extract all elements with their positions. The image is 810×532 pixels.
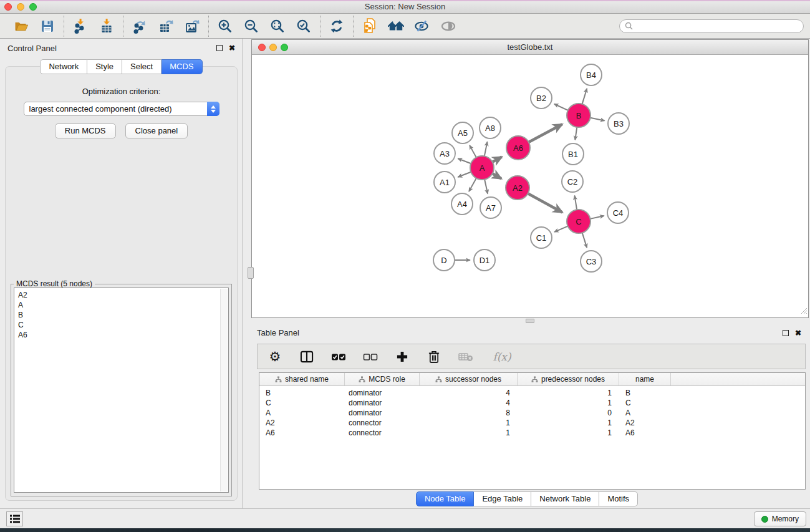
refresh-icon[interactable]	[329, 18, 345, 34]
tab-motifs[interactable]: Motifs	[599, 491, 638, 506]
graph-edge-A-A7[interactable]	[485, 180, 488, 194]
graph-node-A5[interactable]: A5	[452, 122, 473, 143]
run-mcds-button[interactable]: Run MCDS	[55, 123, 116, 138]
tab-network[interactable]: Network	[40, 59, 87, 74]
graph-edge-B-B3[interactable]	[591, 118, 605, 121]
zoom-out-icon[interactable]	[243, 18, 259, 34]
graph-edge-C-C1[interactable]	[554, 226, 567, 232]
graph-node-C4[interactable]: C4	[607, 202, 629, 223]
vertical-splitter-handle[interactable]	[248, 267, 254, 279]
mcds-result-item[interactable]: A2	[18, 290, 228, 300]
graph-node-A3[interactable]: A3	[434, 143, 455, 164]
graph-edge-C-C3[interactable]	[582, 233, 587, 248]
node-table[interactable]: shared name MCDS role successor nodes pr…	[259, 372, 806, 490]
table-row[interactable]: Bdominator41B	[259, 388, 805, 398]
column-header-successor-nodes[interactable]: successor nodes	[420, 373, 518, 385]
zoom-in-icon[interactable]	[217, 18, 233, 34]
graph-edge-A-A1[interactable]	[458, 172, 471, 177]
graph-edge-A-A5[interactable]	[470, 145, 476, 157]
graph-node-C[interactable]: C	[567, 210, 591, 233]
graph-node-A1[interactable]: A1	[434, 172, 455, 193]
column-header-mcds-role[interactable]: MCDS role	[345, 373, 420, 385]
graph-node-D[interactable]: D	[433, 249, 455, 271]
close-panel-icon[interactable]: ✖	[795, 330, 801, 336]
tab-select[interactable]: Select	[122, 59, 162, 74]
network-window-titlebar[interactable]: testGlobe.txt	[252, 40, 808, 55]
export-image-icon[interactable]	[184, 18, 200, 34]
tab-style[interactable]: Style	[87, 59, 122, 74]
memory-button[interactable]: Memory	[754, 511, 806, 526]
float-panel-icon[interactable]	[783, 330, 789, 336]
mcds-result-item[interactable]: A	[18, 300, 228, 310]
graph-edge-A-A3[interactable]	[458, 158, 471, 163]
export-network-icon[interactable]	[132, 18, 148, 34]
zoom-selected-icon[interactable]	[296, 18, 312, 34]
close-panel-icon[interactable]: ✖	[229, 45, 235, 51]
tab-node-table[interactable]: Node Table	[416, 491, 475, 506]
graph-node-B3[interactable]: B3	[608, 113, 629, 134]
tab-network-table[interactable]: Network Table	[531, 491, 599, 506]
home-icon[interactable]	[388, 18, 404, 34]
table-row[interactable]: Adominator80A	[259, 408, 805, 418]
show-columns-icon[interactable]	[299, 349, 314, 364]
network-canvas[interactable]: B4B2BB3A8A5A6B1A3AA1C2A2A4A7C4CC1C3DD1	[252, 55, 808, 317]
graph-edge-A-A4[interactable]	[469, 178, 476, 191]
network-file-icon[interactable]	[362, 18, 378, 34]
table-row[interactable]: Cdominator41C	[259, 398, 805, 408]
graph-node-C3[interactable]: C3	[581, 251, 602, 272]
graph-edge-B-B1[interactable]	[575, 127, 577, 140]
scrollbar[interactable]	[220, 289, 228, 491]
graph-node-B2[interactable]: B2	[531, 87, 552, 109]
graph-node-B[interactable]: B	[567, 104, 591, 127]
graph-node-C2[interactable]: C2	[562, 171, 583, 192]
graph-node-C1[interactable]: C1	[531, 227, 552, 248]
graph-node-A6[interactable]: A6	[506, 136, 530, 160]
hide-graphics-details-icon[interactable]	[440, 18, 456, 34]
graph-node-A4[interactable]: A4	[451, 193, 473, 215]
horizontal-splitter-handle[interactable]	[526, 319, 534, 323]
tab-mcds[interactable]: MCDS	[162, 59, 202, 74]
close-panel-button[interactable]: Close panel	[125, 123, 188, 138]
unselect-all-icon[interactable]	[363, 349, 378, 364]
graph-edge-C-C4[interactable]	[591, 216, 604, 219]
mcds-result-list[interactable]: A2ABCA6	[14, 288, 229, 493]
graph-edge-B-B2[interactable]	[554, 104, 568, 110]
delete-row-icon[interactable]	[427, 349, 441, 364]
show-graphics-details-icon[interactable]	[414, 18, 430, 34]
table-settings-icon[interactable]: ⚙	[268, 349, 282, 364]
table-row[interactable]: A2connector11A2	[259, 418, 805, 428]
select-all-icon[interactable]	[331, 349, 346, 364]
graph-node-A2[interactable]: A2	[506, 176, 529, 200]
column-header-predecessor-nodes[interactable]: predecessor nodes	[518, 373, 619, 385]
open-file-icon[interactable]	[13, 18, 29, 34]
mcds-result-item[interactable]: A6	[18, 330, 228, 340]
graph-edge-C-C2[interactable]	[575, 196, 577, 210]
graph-node-B4[interactable]: B4	[581, 64, 602, 85]
graph-node-A7[interactable]: A7	[480, 197, 501, 218]
graph-edge-A-A2[interactable]	[493, 173, 501, 178]
save-session-icon[interactable]	[39, 18, 55, 34]
graph-node-A8[interactable]: A8	[480, 117, 501, 138]
graph-node-B1[interactable]: B1	[562, 143, 584, 165]
search-input[interactable]	[636, 22, 798, 31]
task-history-button[interactable]	[6, 511, 23, 526]
float-panel-icon[interactable]	[216, 45, 223, 51]
add-row-icon[interactable]	[395, 349, 410, 364]
column-header-name[interactable]: name	[619, 373, 671, 385]
graph-edge-A-A6[interactable]	[493, 157, 502, 162]
graph-node-D1[interactable]: D1	[474, 249, 495, 271]
import-network-icon[interactable]	[72, 18, 89, 34]
resize-grip-icon[interactable]	[799, 306, 808, 317]
graph-edge-B-B4[interactable]	[582, 89, 587, 104]
graph-edge-A-A8[interactable]	[485, 142, 488, 157]
zoom-fit-icon[interactable]	[269, 18, 286, 34]
graph-edge-A2-C[interactable]	[528, 193, 562, 212]
graph-node-A[interactable]: A	[470, 156, 494, 180]
graph-edge-A6-B[interactable]	[529, 124, 562, 142]
criterion-dropdown[interactable]: largest connected component (directed)	[24, 102, 219, 116]
export-table-icon[interactable]	[158, 18, 174, 34]
search-field[interactable]	[619, 19, 804, 33]
table-row[interactable]: A6connector11A6	[259, 428, 805, 438]
import-table-icon[interactable]	[99, 18, 115, 34]
tab-edge-table[interactable]: Edge Table	[474, 491, 531, 506]
